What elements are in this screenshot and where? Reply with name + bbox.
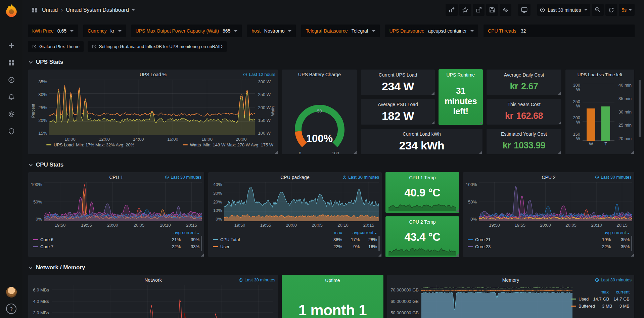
refresh-interval-button[interactable]: 5s [619, 4, 635, 16]
legend-scrollbar-thumb[interactable] [631, 236, 632, 251]
legend-sort-current[interactable]: current [360, 230, 377, 235]
dashboards-icon[interactable] [7, 59, 15, 67]
user-avatar[interactable] [6, 287, 17, 298]
create-plus-icon[interactable] [7, 42, 15, 50]
legend-scrollbar-thumb[interactable] [378, 236, 380, 251]
stat-title[interactable]: CPU 2 Temp [386, 219, 459, 225]
panel-resize-handle[interactable] [558, 92, 561, 95]
stat-title[interactable]: This Years Cost [487, 102, 561, 107]
variable-kwh-price[interactable]: kWh Price0.65 [28, 25, 78, 37]
apps-grid-icon[interactable] [31, 7, 38, 13]
legend-series[interactable]: CPU Total [213, 237, 325, 242]
legend-sort-max[interactable]: max [325, 230, 342, 235]
time-picker-button[interactable]: Last 30 minutes [537, 4, 590, 16]
variable-value[interactable]: 0.65 [57, 28, 66, 34]
legend-sort-avg[interactable]: avg [162, 230, 181, 235]
panel-resize-handle[interactable] [431, 92, 434, 95]
legend-series[interactable]: Buffered [571, 304, 595, 309]
panel-title[interactable]: UPS Battery Charge [298, 72, 341, 77]
stat-title[interactable]: Uptime [282, 278, 383, 283]
legend-series[interactable]: Core 21 [468, 237, 592, 242]
variable-currency[interactable]: Currencykr [83, 25, 126, 37]
panel-resize-handle[interactable] [431, 121, 434, 124]
variable-value[interactable]: Nostromo [264, 28, 285, 34]
legend-sort-avg[interactable]: avg [592, 230, 611, 235]
help-icon[interactable]: ? [6, 304, 16, 314]
configuration-gear-icon[interactable] [7, 110, 15, 118]
panel-resize-handle[interactable] [479, 121, 482, 124]
panel-resize-handle[interactable] [558, 151, 561, 154]
panel-resize-handle[interactable] [631, 151, 634, 154]
panel-title[interactable]: Network [144, 277, 162, 283]
cycle-view-tv-button[interactable] [518, 4, 531, 16]
panel-title[interactable]: UPS Load % [140, 72, 167, 77]
panel-title[interactable]: CPU package [280, 175, 309, 180]
section-cpu-stats[interactable]: CPU Stats [29, 161, 635, 169]
variable-value[interactable]: Telegraf [352, 28, 368, 34]
panel-resize-handle[interactable] [201, 254, 204, 257]
dashboard-link-grafana-plex-theme[interactable]: Grafana Plex Theme [28, 41, 84, 52]
panel-resize-handle[interactable] [558, 121, 561, 124]
stat-title[interactable]: Current Load kWh [361, 131, 482, 137]
panel-resize-handle[interactable] [631, 254, 634, 257]
legend-sort-avg[interactable]: avg [342, 230, 360, 235]
variable-host[interactable]: hostNostromo [247, 25, 296, 37]
bar-time[interactable] [601, 106, 610, 141]
stat-title[interactable]: Average Daily Cost [487, 72, 561, 78]
legend-item[interactable]: UPS LoadMin: 17% Max: 32% Avg: 20% [46, 142, 134, 147]
panel-title[interactable]: CPU 2 [542, 175, 555, 180]
alerting-bell-icon[interactable] [7, 93, 15, 101]
admin-shield-icon[interactable] [7, 127, 15, 135]
stat-title[interactable]: UPS Runtime [439, 72, 482, 78]
panel-resize-handle[interactable] [275, 151, 278, 154]
add-panel-button[interactable] [446, 4, 458, 16]
legend-series[interactable]: Used [571, 297, 589, 302]
legend-series[interactable]: Core 7 [33, 244, 162, 249]
dashboard-settings-button[interactable] [500, 4, 511, 16]
variable-ups-datasource[interactable]: UPS Datasourceapcupsd-container [385, 25, 478, 37]
bar-watts[interactable] [587, 108, 595, 141]
panel-title[interactable]: UPS Load vs Time left [578, 72, 623, 77]
explore-compass-icon[interactable] [7, 76, 15, 84]
stat-title[interactable]: Estimated Yearly Cost [487, 131, 561, 137]
variable-value[interactable]: 865 [223, 28, 230, 34]
legend-series[interactable]: Core 23 [468, 244, 592, 249]
panel-resize-handle[interactable] [354, 151, 357, 154]
panel-title[interactable]: CPU 1 [109, 175, 123, 180]
save-button[interactable] [486, 4, 498, 16]
legend-series[interactable]: Core 6 [33, 237, 162, 242]
grafana-logo[interactable] [4, 3, 18, 17]
section-network-memory[interactable]: Network / Memory [29, 263, 635, 272]
variable-cpu-threads[interactable]: CPU Threads [484, 25, 635, 37]
legend-sort-current[interactable]: current [181, 230, 199, 235]
title-chevron-down-icon[interactable] [132, 9, 135, 11]
legend-sort-current[interactable]: current [611, 230, 630, 235]
legend-scrollbar-thumb[interactable] [201, 236, 202, 251]
page-scrollbar-thumb[interactable] [639, 80, 641, 137]
variable-value[interactable]: kr [110, 28, 114, 34]
breadcrumb-folder[interactable]: Unraid [42, 7, 58, 13]
section-ups-stats[interactable]: UPS Stats [29, 58, 635, 66]
variable-telegraf-datasource[interactable]: Telegraf DatasourceTelegraf [301, 25, 379, 37]
variable-cpu-threads-input[interactable] [520, 28, 630, 34]
legend-item[interactable]: WattsMin: 148 W Max: 278 W Avg: 175 W [183, 142, 273, 147]
dashboard-title[interactable]: Unraid System Dashboard [66, 7, 129, 13]
variable-value[interactable]: apcupsd-container [428, 28, 467, 34]
panel-resize-handle[interactable] [378, 254, 381, 257]
stat-title[interactable]: Average PSU Load [361, 102, 435, 107]
star-button[interactable] [459, 4, 471, 16]
stat-title[interactable]: CPU 1 Temp [386, 175, 459, 180]
legend-sort-max[interactable]: max [588, 289, 609, 294]
zoom-out-button[interactable] [592, 4, 604, 16]
legend-series[interactable]: User [213, 244, 325, 249]
legend-sort-current[interactable]: current [609, 289, 630, 294]
refresh-button[interactable] [605, 4, 617, 16]
panel-resize-handle[interactable] [479, 151, 482, 154]
dashboard-link-setting-up-grafana-and-influxdb-for-ups-monitori[interactable]: Setting up Grafana and InfluxDB for UPS … [88, 41, 227, 52]
panel-resize-handle[interactable] [456, 209, 459, 212]
panel-title[interactable]: Memory [502, 277, 519, 283]
stat-title[interactable]: Current UPS Load [361, 72, 435, 78]
variable-ups-max-output-power-capacity-watt[interactable]: UPS Max Output Power Capacity (Watt)865 [131, 25, 242, 37]
panel-resize-handle[interactable] [456, 254, 459, 257]
share-button[interactable] [473, 4, 485, 16]
